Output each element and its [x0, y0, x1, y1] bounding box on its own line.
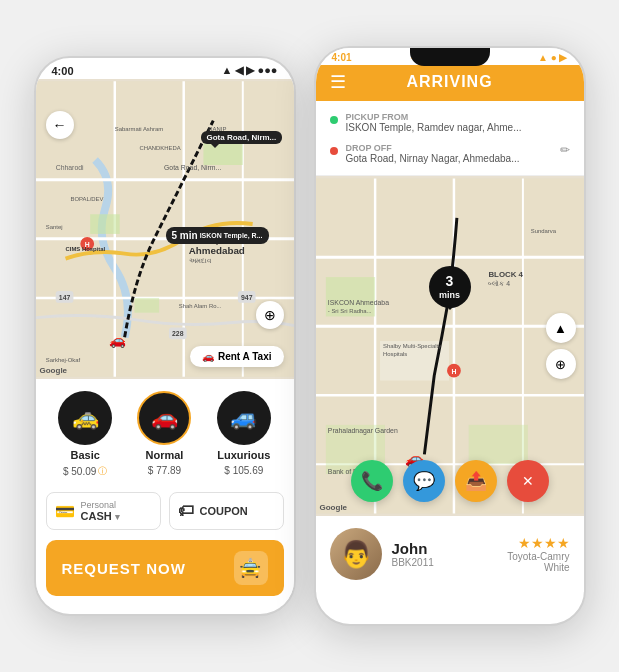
luxurious-icon: 🚙	[217, 391, 271, 445]
svg-text:Hospitals: Hospitals	[383, 351, 407, 357]
svg-text:Shalby Multi-Specialty: Shalby Multi-Specialty	[383, 343, 441, 349]
dest-pin: Gota Road, Nirm...	[201, 131, 283, 152]
coupon-icon: 🏷	[178, 502, 194, 520]
normal-price: $ 77.89	[148, 465, 181, 476]
normal-label: Normal	[146, 449, 184, 461]
svg-text:Shah Alam Ro...: Shah Alam Ro...	[178, 303, 221, 309]
arriving-title: ARRIVING	[406, 73, 492, 91]
svg-text:BOPAL/DEV: BOPAL/DEV	[70, 196, 103, 202]
svg-text:BLOCK 4: BLOCK 4	[488, 270, 523, 279]
taxi-options: 🚕 Basic $ 50.09 ⓘ 🚗 Normal $ 77.89 🚙	[46, 391, 284, 478]
wallet-icon: 💳	[55, 502, 75, 521]
coupon-box[interactable]: 🏷 COUPON	[169, 492, 284, 530]
svg-text:Sarkhej-Okaf: Sarkhej-Okaf	[45, 357, 80, 363]
taxi-option-luxurious[interactable]: 🚙 Luxurious $ 105.69	[217, 391, 271, 478]
driver-panel: 👨 John BBK2011 ★★★★ Toyota-Camry White	[316, 516, 584, 592]
notch	[410, 48, 490, 66]
bottom-panel-left: 🚕 Basic $ 50.09 ⓘ 🚗 Normal $ 77.89 🚙	[36, 379, 294, 606]
payment-row: 💳 Personal CASH ▾ 🏷 COUPON	[46, 492, 284, 530]
svg-text:🚗: 🚗	[109, 332, 127, 349]
navigate-button[interactable]: ▲	[546, 313, 576, 343]
svg-text:228: 228	[172, 330, 184, 337]
cash-payment-box[interactable]: 💳 Personal CASH ▾	[46, 492, 161, 530]
svg-text:ISKCON Ahmedaba: ISKCON Ahmedaba	[327, 299, 388, 306]
svg-text:Sundarva: Sundarva	[530, 228, 556, 234]
back-button[interactable]: ←	[46, 111, 74, 139]
route-time-pin: 5 min ISKON Temple, R...	[166, 227, 269, 244]
driver-info: John BBK2011	[392, 540, 498, 568]
left-phone: 4:00 ▲ ◀ ▶ ●●●	[34, 56, 296, 616]
dropoff-row: DROP OFF Gota Road, Nirnay Nagar, Ahmeda…	[330, 140, 570, 167]
taxi-option-basic[interactable]: 🚕 Basic $ 50.09 ⓘ	[58, 391, 112, 478]
driver-avatar: 👨	[330, 528, 382, 580]
svg-rect-9	[134, 298, 159, 313]
svg-text:- Sri Sri Radha...: - Sri Sri Radha...	[327, 308, 371, 314]
request-now-button[interactable]: REQUEST NOW 🚖	[46, 540, 284, 596]
svg-text:Gota Road, Nirm...: Gota Road, Nirm...	[164, 164, 221, 171]
close-button[interactable]: ✕	[507, 460, 549, 502]
map-actions-right: ▲ ⊕	[546, 313, 576, 379]
svg-text:147: 147	[58, 294, 70, 301]
pickup-dot	[330, 116, 338, 124]
dropoff-dot	[330, 147, 338, 155]
edit-dropoff-button[interactable]: ✏	[560, 143, 570, 157]
rating-stars: ★★★★	[507, 535, 569, 551]
svg-text:Prahaladnagar Garden: Prahaladnagar Garden	[327, 427, 397, 435]
basic-price: $ 50.09 ⓘ	[63, 465, 107, 478]
svg-text:અમદાવ: અમદાવ	[188, 257, 211, 264]
taxi-option-normal[interactable]: 🚗 Normal $ 77.89	[137, 391, 191, 478]
google-logo-right: Google	[320, 503, 348, 512]
basic-icon: 🚕	[58, 391, 112, 445]
normal-icon: 🚗	[137, 391, 191, 445]
status-bar-left: 4:00 ▲ ◀ ▶ ●●●	[36, 58, 294, 79]
call-button[interactable]: 📞	[351, 460, 393, 502]
status-time-right: 4:01	[332, 52, 352, 63]
svg-text:Sabarmati Ashram: Sabarmati Ashram	[114, 126, 163, 132]
driver-id: BBK2011	[392, 557, 498, 568]
request-icon: 🚖	[234, 551, 268, 585]
status-time-left: 4:00	[52, 65, 74, 77]
map-left: 147 947 228 H Chharodi Santej CIMS Hospi…	[36, 79, 294, 379]
driver-name: John	[392, 540, 498, 557]
svg-text:બ્લૉક 4: બ્લૉક 4	[488, 279, 510, 287]
svg-rect-40	[468, 425, 527, 464]
car-color: White	[507, 562, 569, 573]
right-phone: 4:01 ◄ CubeTaxiX... ▲ ● ▶ ☰ ARRIVING PIC…	[314, 46, 586, 626]
google-logo-left: Google	[40, 366, 68, 375]
luxurious-label: Luxurious	[217, 449, 270, 461]
share-button[interactable]: 📤	[455, 460, 497, 502]
location-panel: PICKUP FROM ISKON Temple, Ramdev nagar, …	[316, 101, 584, 176]
menu-icon[interactable]: ☰	[330, 71, 346, 93]
basic-label: Basic	[70, 449, 99, 461]
fab-row: 📞 💬 📤 ✕	[351, 460, 549, 502]
chat-button[interactable]: 💬	[403, 460, 445, 502]
svg-rect-7	[90, 214, 120, 234]
title-bar-right: ☰ ARRIVING	[316, 65, 584, 101]
map-right: H ISKCON Ahmedaba - Sri Sri Radha... BLO…	[316, 176, 584, 516]
svg-text:Santej: Santej	[45, 224, 62, 230]
status-icons-right: ▲ ● ▶	[538, 52, 568, 63]
svg-text:CHANDKHEDA: CHANDKHEDA	[139, 145, 180, 151]
rent-taxi-button[interactable]: 🚗 Rent A Taxi	[190, 346, 284, 367]
locate-button[interactable]: ⊕	[546, 349, 576, 379]
car-model: Toyota-Camry	[507, 551, 569, 562]
svg-text:947: 947	[240, 294, 252, 301]
svg-text:CIMS Hospital: CIMS Hospital	[65, 246, 105, 252]
svg-text:Chharodi: Chharodi	[55, 164, 83, 171]
pickup-row: PICKUP FROM ISKON Temple, Ramdev nagar, …	[330, 109, 570, 136]
crosshair-button[interactable]: ⊕	[256, 301, 284, 329]
svg-text:H: H	[451, 368, 456, 375]
luxurious-price: $ 105.69	[224, 465, 263, 476]
eta-pin: 3 mins	[429, 266, 471, 308]
status-icons-left: ▲ ◀ ▶ ●●●	[222, 64, 278, 77]
driver-rating: ★★★★ Toyota-Camry White	[507, 535, 569, 573]
